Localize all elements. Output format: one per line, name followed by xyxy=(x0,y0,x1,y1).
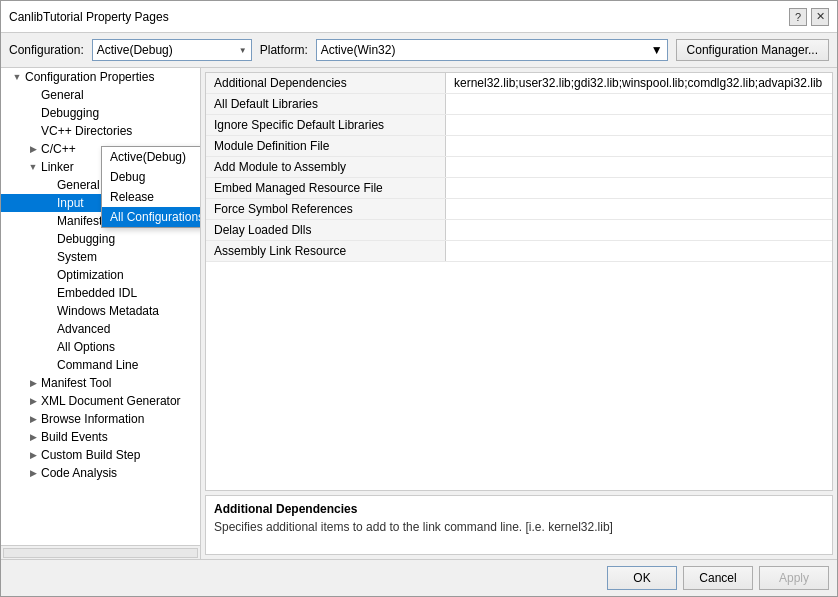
prop-name: Module Definition File xyxy=(206,136,446,156)
prop-name: Delay Loaded Dlls xyxy=(206,220,446,240)
prop-value[interactable] xyxy=(446,178,832,198)
tree-item-manifest-tool[interactable]: Manifest Tool xyxy=(1,374,200,392)
tree-expand-configuration-props[interactable] xyxy=(9,72,25,82)
tree-label-configuration-props: Configuration Properties xyxy=(25,70,154,84)
configuration-row: Configuration: Active(Debug) ▼ Platform:… xyxy=(1,33,837,68)
tree-label-custom-build-step: Custom Build Step xyxy=(41,448,140,462)
platform-label: Platform: xyxy=(260,43,308,57)
tree-label-manifest-tool: Manifest Tool xyxy=(41,376,111,390)
tree-item-configuration-props[interactable]: Configuration Properties xyxy=(1,68,200,86)
table-row: Ignore Specific Default Libraries xyxy=(206,115,832,136)
tree-expand-browse-info[interactable] xyxy=(25,414,41,424)
prop-value[interactable] xyxy=(446,136,832,156)
configuration-dropdown[interactable]: Active(Debug) ▼ xyxy=(92,39,252,61)
left-panel: Configuration PropertiesGeneralDebugging… xyxy=(1,68,201,559)
tree-label-linker-advanced: Advanced xyxy=(57,322,110,336)
tree-label-linker-system: System xyxy=(57,250,97,264)
tree-item-linker-system[interactable]: System xyxy=(1,248,200,266)
prop-value[interactable] xyxy=(446,115,832,135)
tree-label-code-analysis: Code Analysis xyxy=(41,466,117,480)
right-panel: Additional Dependencieskernel32.lib;user… xyxy=(201,68,837,559)
tree-item-linker-windows-metadata[interactable]: Windows Metadata xyxy=(1,302,200,320)
platform-dropdown[interactable]: Active(Win32) ▼ xyxy=(316,39,668,61)
tree-label-linker-optimization: Optimization xyxy=(57,268,124,282)
tree-expand-manifest-tool[interactable] xyxy=(25,378,41,388)
table-row: Delay Loaded Dlls xyxy=(206,220,832,241)
tree-item-custom-build-step[interactable]: Custom Build Step xyxy=(1,446,200,464)
tree-container: Configuration PropertiesGeneralDebugging… xyxy=(1,68,200,482)
close-button[interactable]: ✕ xyxy=(811,8,829,26)
platform-dropdown-arrow: ▼ xyxy=(651,43,663,57)
prop-name: Assembly Link Resource xyxy=(206,241,446,261)
tree-label-browse-info: Browse Information xyxy=(41,412,144,426)
table-row: Additional Dependencieskernel32.lib;user… xyxy=(206,73,832,94)
tree-label-general: General xyxy=(41,88,84,102)
dropdown-item-all-configurations[interactable]: All Configurations xyxy=(102,207,201,227)
config-manager-button[interactable]: Configuration Manager... xyxy=(676,39,829,61)
config-dropdown-popup[interactable]: Active(Debug)DebugReleaseAll Configurati… xyxy=(101,146,201,228)
tree-expand-code-analysis[interactable] xyxy=(25,468,41,478)
tree-item-linker-all-options[interactable]: All Options xyxy=(1,338,200,356)
apply-button[interactable]: Apply xyxy=(759,566,829,590)
tree-expand-c-cpp[interactable] xyxy=(25,144,41,154)
h-scrollbar-thumb[interactable] xyxy=(3,548,198,558)
table-row: Assembly Link Resource xyxy=(206,241,832,262)
config-label: Configuration: xyxy=(9,43,84,57)
tree-item-code-analysis[interactable]: Code Analysis xyxy=(1,464,200,482)
window-title: CanlibTutorial Property Pages xyxy=(9,10,169,24)
help-button[interactable]: ? xyxy=(789,8,807,26)
tree-item-debugging[interactable]: Debugging xyxy=(1,104,200,122)
tree-item-linker-command-line[interactable]: Command Line xyxy=(1,356,200,374)
tree-label-linker: Linker xyxy=(41,160,74,174)
tree-expand-linker[interactable] xyxy=(25,162,41,172)
tree-label-linker-windows-metadata: Windows Metadata xyxy=(57,304,159,318)
tree-label-linker-command-line: Command Line xyxy=(57,358,138,372)
tree-label-linker-all-options: All Options xyxy=(57,340,115,354)
properties-table: Additional Dependencieskernel32.lib;user… xyxy=(205,72,833,491)
tree-label-vc-directories: VC++ Directories xyxy=(41,124,132,138)
tree-item-vc-directories[interactable]: VC++ Directories xyxy=(1,122,200,140)
prop-value[interactable] xyxy=(446,220,832,240)
prop-name: Add Module to Assembly xyxy=(206,157,446,177)
prop-name: Embed Managed Resource File xyxy=(206,178,446,198)
ok-button[interactable]: OK xyxy=(607,566,677,590)
prop-value[interactable] xyxy=(446,157,832,177)
dropdown-item-active-debug-[interactable]: Active(Debug) xyxy=(102,147,201,167)
prop-value[interactable] xyxy=(446,241,832,261)
tree-label-debugging: Debugging xyxy=(41,106,99,120)
tree-item-linker-embedded-idl[interactable]: Embedded IDL xyxy=(1,284,200,302)
table-row: Embed Managed Resource File xyxy=(206,178,832,199)
info-title: Additional Dependencies xyxy=(214,502,824,516)
tree-expand-custom-build-step[interactable] xyxy=(25,450,41,460)
tree-item-build-events[interactable]: Build Events xyxy=(1,428,200,446)
prop-value[interactable]: kernel32.lib;user32.lib;gdi32.lib;winspo… xyxy=(446,73,832,93)
dropdown-item-debug[interactable]: Debug xyxy=(102,167,201,187)
tree-item-linker-optimization[interactable]: Optimization xyxy=(1,266,200,284)
cancel-button[interactable]: Cancel xyxy=(683,566,753,590)
property-pages-window: CanlibTutorial Property Pages ? ✕ Config… xyxy=(0,0,838,597)
tree-item-linker-advanced[interactable]: Advanced xyxy=(1,320,200,338)
table-row: Force Symbol References xyxy=(206,199,832,220)
title-controls: ? ✕ xyxy=(789,8,829,26)
tree-item-browse-info[interactable]: Browse Information xyxy=(1,410,200,428)
dropdown-item-release[interactable]: Release xyxy=(102,187,201,207)
prop-value[interactable] xyxy=(446,94,832,114)
main-content: Configuration PropertiesGeneralDebugging… xyxy=(1,68,837,559)
title-bar: CanlibTutorial Property Pages ? ✕ xyxy=(1,1,837,33)
tree-label-build-events: Build Events xyxy=(41,430,108,444)
tree-item-xml-doc-gen[interactable]: XML Document Generator xyxy=(1,392,200,410)
tree-expand-xml-doc-gen[interactable] xyxy=(25,396,41,406)
bottom-bar: OK Cancel Apply xyxy=(1,559,837,596)
tree-item-general[interactable]: General xyxy=(1,86,200,104)
tree-label-c-cpp: C/C++ xyxy=(41,142,76,156)
left-scrollbar[interactable] xyxy=(1,545,200,559)
prop-value[interactable] xyxy=(446,199,832,219)
tree-label-linker-embedded-idl: Embedded IDL xyxy=(57,286,137,300)
tree-label-linker-input: Input xyxy=(57,196,84,210)
table-row: All Default Libraries xyxy=(206,94,832,115)
tree-item-linker-debugging[interactable]: Debugging xyxy=(1,230,200,248)
prop-name: All Default Libraries xyxy=(206,94,446,114)
config-dropdown-arrow: ▼ xyxy=(239,46,247,55)
prop-name: Ignore Specific Default Libraries xyxy=(206,115,446,135)
tree-expand-build-events[interactable] xyxy=(25,432,41,442)
